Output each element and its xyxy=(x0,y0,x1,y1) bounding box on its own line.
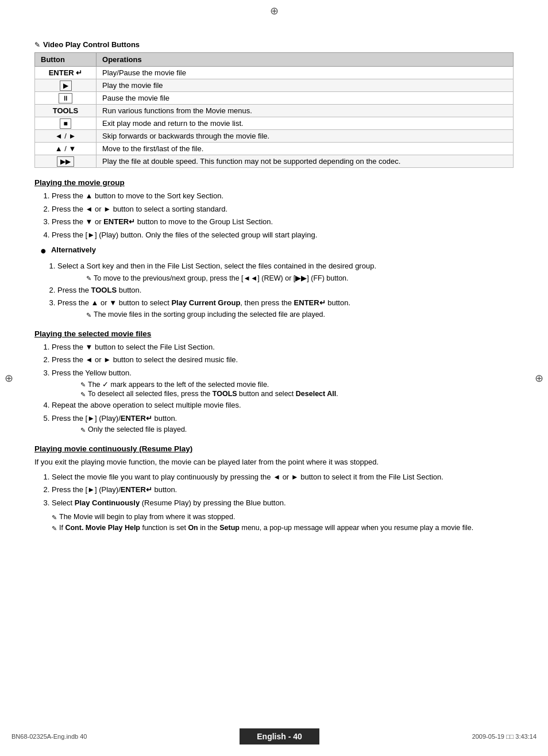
playing-movie-group-steps: Press the ▲ button to move to the Sort k… xyxy=(52,190,514,240)
section-playing-movie-group: Playing the movie group xyxy=(34,178,514,187)
alt-note-1: ✎To move to the previous/next group, pre… xyxy=(86,274,514,282)
psf-note-3: ✎Only the selected file is played. xyxy=(80,425,514,434)
list-item: Press the ◄ or ► button to select a sort… xyxy=(52,204,514,215)
note-icon: ✎ xyxy=(80,381,86,389)
table-header-operations: Operations xyxy=(97,53,514,67)
alt-note-1-text: To move to the previous/next group, pres… xyxy=(94,274,349,282)
table-cell-button: ▲ / ▼ xyxy=(35,143,97,155)
crosshair-top-icon: ⊕ xyxy=(270,5,279,17)
table-cell-operation: Pause the movie file xyxy=(97,92,514,105)
playing-selected-files-steps: Press the ▼ button to select the File Li… xyxy=(52,341,514,435)
list-item: Press the ▲ or ▼ button to select Play C… xyxy=(57,297,514,309)
list-item: Select Play Continuously (Resume Play) b… xyxy=(52,497,514,509)
note-pencil-icon: ✎ xyxy=(34,41,40,49)
table-cell-button: ◄ / ► xyxy=(35,130,97,143)
note-icon-1: ✎ xyxy=(52,514,57,521)
section-title: Video Play Control Buttons xyxy=(43,40,140,49)
footer-left: BN68-02325A-Eng.indb 40 xyxy=(11,733,87,740)
playing-continuously-note2: ✎ If Cont. Movie Play Help function is s… xyxy=(52,524,514,532)
video-play-control-table: Button Operations ENTER ↵Play/Pause the … xyxy=(34,52,514,168)
note-icon: ✎ xyxy=(80,391,86,398)
note-icon: ✎ xyxy=(86,275,91,282)
psf-note-2: ✎To deselect all selected files, press t… xyxy=(80,390,514,398)
playing-continuously-steps: Select the movie file you want to play c… xyxy=(52,471,514,509)
table-cell-operation: Move to the first/last of the file. xyxy=(97,143,514,155)
list-item: Press the ▼ button to select the File Li… xyxy=(52,341,514,353)
list-item: Repeat the above operation to select mul… xyxy=(52,400,514,411)
footer-center: English - 40 xyxy=(240,728,319,745)
list-item: Press the TOOLS button. xyxy=(57,285,514,296)
list-item: Press the ◄ or ► button to select the de… xyxy=(52,354,514,366)
table-cell-button: ■ xyxy=(35,117,97,130)
table-cell-button: ▶ xyxy=(35,79,97,92)
table-header-button: Button xyxy=(35,53,97,67)
edge-mark-left-icon: ⊕ xyxy=(5,372,13,385)
table-cell-operation: Exit play mode and return to the movie l… xyxy=(97,117,514,130)
alt-note-2-text: The movie files in the sorting group inc… xyxy=(94,310,325,318)
alt-note-2: ✎The movie files in the sorting group in… xyxy=(86,310,514,319)
table-row: ⏸Pause the movie file xyxy=(35,92,514,105)
footer-right: 2009-05-19 □□ 3:43:14 xyxy=(472,733,537,740)
table-row: ■Exit play mode and return to the movie … xyxy=(35,117,514,130)
table-row: ▲ / ▼Move to the first/last of the file. xyxy=(35,143,514,155)
list-item: Press the ▲ button to move to the Sort k… xyxy=(52,190,514,202)
footer: BN68-02325A-Eng.indb 40 English - 40 200… xyxy=(0,728,548,745)
list-item: Select a Sort key and then in the File L… xyxy=(57,260,514,272)
list-item: Press the [►] (Play)/ENTER↵ button. xyxy=(52,413,514,424)
section-playing-continuously: Playing movie continuously (Resume Play) xyxy=(34,444,514,453)
bullet-icon: ● xyxy=(40,245,47,257)
table-cell-button: ▶▶ xyxy=(35,155,97,168)
table-cell-operation: Skip forwards or backwards through the m… xyxy=(97,130,514,143)
table-row: ENTER ↵Play/Pause the movie file xyxy=(35,67,514,79)
note-icon-2: ✎ xyxy=(52,525,57,532)
table-cell-button: ⏸ xyxy=(35,92,97,105)
list-item: Select the movie file you want to play c… xyxy=(52,471,514,483)
table-cell-operation: Run various functions from the Movie men… xyxy=(97,105,514,117)
list-item: Press the [►] (Play) button. Only the fi… xyxy=(52,229,514,241)
table-row: ◄ / ►Skip forwards or backwards through … xyxy=(35,130,514,143)
page: ⊕ ⊕ ⊕ ✎ Video Play Control Buttons Butto… xyxy=(0,0,548,756)
alternatively-label: Alternatively xyxy=(51,245,96,254)
table-cell-operation: Play the movie file xyxy=(97,79,514,92)
alternatively-section: ● Alternatively Select a Sort key and th… xyxy=(40,245,514,319)
alternatively-steps: Select a Sort key and then in the File L… xyxy=(57,260,514,319)
table-cell-operation: Play the file at double speed. This func… xyxy=(97,155,514,168)
note-icon: ✎ xyxy=(86,312,91,319)
list-item: Press the Yellow button. xyxy=(52,367,514,379)
table-cell-button: TOOLS xyxy=(35,105,97,117)
playing-continuously-note1-text: The Movie will begin to play from where … xyxy=(59,513,235,521)
playing-continuously-intro: If you exit the playing movie function, … xyxy=(34,456,514,468)
table-cell-operation: Play/Pause the movie file xyxy=(97,67,514,79)
edge-mark-right-icon: ⊕ xyxy=(535,372,543,385)
note-icon: ✎ xyxy=(80,427,86,434)
playing-continuously-note1: ✎ The Movie will begin to play from wher… xyxy=(52,513,514,521)
table-row: ▶▶Play the file at double speed. This fu… xyxy=(35,155,514,168)
table-row: ▶Play the movie file xyxy=(35,79,514,92)
section-note-header: ✎ Video Play Control Buttons xyxy=(34,40,514,49)
table-row: TOOLSRun various functions from the Movi… xyxy=(35,105,514,117)
psf-note-1: ✎The ✓ mark appears to the left of the s… xyxy=(80,380,514,389)
list-item: Press the [►] (Play)/ENTER↵ button. xyxy=(52,484,514,496)
table-cell-button: ENTER ↵ xyxy=(35,67,97,79)
section-playing-selected-files: Playing the selected movie files xyxy=(34,329,514,338)
list-item: Press the ▼ or ENTER↵ button to move to … xyxy=(52,216,514,228)
playing-continuously-note2-text: If Cont. Movie Play Help function is set… xyxy=(59,524,473,532)
